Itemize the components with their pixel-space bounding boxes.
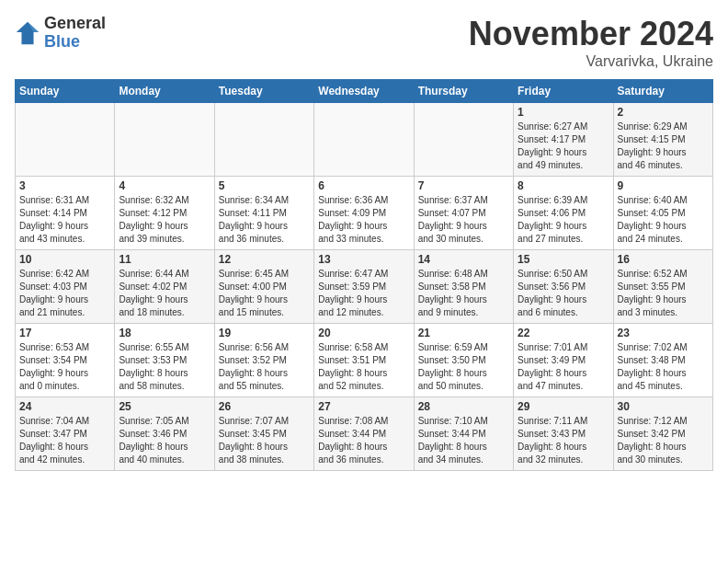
day-cell: 14Sunrise: 6:48 AM Sunset: 3:58 PM Dayli… [414, 250, 513, 324]
logo-icon [15, 20, 40, 46]
week-row-5: 24Sunrise: 7:04 AM Sunset: 3:47 PM Dayli… [16, 397, 713, 471]
day-info: Sunrise: 6:47 AM Sunset: 3:59 PM Dayligh… [318, 268, 409, 319]
day-info: Sunrise: 6:40 AM Sunset: 4:05 PM Dayligh… [618, 194, 709, 246]
day-cell: 15Sunrise: 6:50 AM Sunset: 3:56 PM Dayli… [514, 250, 613, 324]
day-cell: 29Sunrise: 7:11 AM Sunset: 3:43 PM Dayli… [514, 397, 613, 471]
day-cell [414, 103, 513, 177]
day-info: Sunrise: 6:48 AM Sunset: 3:58 PM Dayligh… [418, 268, 509, 319]
col-tuesday: Tuesday [214, 80, 313, 103]
day-cell: 30Sunrise: 7:12 AM Sunset: 3:42 PM Dayli… [613, 397, 712, 471]
day-info: Sunrise: 7:01 AM Sunset: 3:49 PM Dayligh… [518, 341, 609, 393]
calendar-page: General Blue November 2024 Varvarivka, U… [0, 0, 728, 563]
day-info: Sunrise: 7:02 AM Sunset: 3:48 PM Dayligh… [618, 341, 709, 393]
day-info: Sunrise: 6:53 AM Sunset: 3:54 PM Dayligh… [19, 341, 110, 393]
day-number: 3 [19, 179, 110, 192]
day-number: 30 [618, 400, 709, 413]
day-info: Sunrise: 6:34 AM Sunset: 4:11 PM Dayligh… [219, 194, 310, 246]
day-number: 1 [518, 106, 609, 119]
week-row-4: 17Sunrise: 6:53 AM Sunset: 3:54 PM Dayli… [16, 324, 713, 397]
day-number: 17 [19, 327, 110, 339]
col-monday: Monday [115, 80, 214, 103]
day-number: 12 [219, 253, 310, 266]
day-cell: 27Sunrise: 7:08 AM Sunset: 3:44 PM Dayli… [314, 397, 414, 471]
day-cell: 24Sunrise: 7:04 AM Sunset: 3:47 PM Dayli… [16, 397, 115, 471]
day-cell [115, 103, 214, 177]
day-info: Sunrise: 6:39 AM Sunset: 4:06 PM Dayligh… [518, 194, 609, 246]
day-number: 14 [418, 253, 509, 266]
day-number: 8 [518, 179, 609, 192]
day-number: 4 [119, 179, 210, 192]
day-info: Sunrise: 6:31 AM Sunset: 4:14 PM Dayligh… [19, 194, 110, 246]
day-info: Sunrise: 6:32 AM Sunset: 4:12 PM Dayligh… [119, 194, 210, 246]
day-number: 6 [318, 179, 409, 192]
calendar-table: Sunday Monday Tuesday Wednesday Thursday… [15, 79, 713, 471]
day-cell: 17Sunrise: 6:53 AM Sunset: 3:54 PM Dayli… [16, 324, 115, 397]
day-cell: 21Sunrise: 6:59 AM Sunset: 3:50 PM Dayli… [414, 324, 513, 397]
day-cell: 23Sunrise: 7:02 AM Sunset: 3:48 PM Dayli… [613, 324, 712, 397]
day-number: 21 [418, 327, 509, 339]
location: Varvarivka, Ukraine [469, 53, 713, 70]
day-info: Sunrise: 6:52 AM Sunset: 3:55 PM Dayligh… [618, 268, 709, 319]
svg-marker-0 [17, 22, 39, 44]
day-number: 15 [518, 253, 609, 266]
day-info: Sunrise: 7:05 AM Sunset: 3:46 PM Dayligh… [119, 415, 210, 466]
day-cell: 20Sunrise: 6:58 AM Sunset: 3:51 PM Dayli… [314, 324, 414, 397]
col-sunday: Sunday [16, 80, 115, 103]
day-number: 9 [618, 179, 709, 192]
day-cell: 12Sunrise: 6:45 AM Sunset: 4:00 PM Dayli… [214, 250, 313, 324]
day-cell: 26Sunrise: 7:07 AM Sunset: 3:45 PM Dayli… [214, 397, 313, 471]
week-row-1: 1Sunrise: 6:27 AM Sunset: 4:17 PM Daylig… [16, 103, 713, 177]
logo-general: General [44, 15, 106, 33]
day-cell: 1Sunrise: 6:27 AM Sunset: 4:17 PM Daylig… [514, 103, 613, 177]
day-info: Sunrise: 6:29 AM Sunset: 4:15 PM Dayligh… [618, 121, 709, 172]
logo-text: General Blue [44, 15, 106, 52]
day-cell: 19Sunrise: 6:56 AM Sunset: 3:52 PM Dayli… [214, 324, 313, 397]
day-info: Sunrise: 7:04 AM Sunset: 3:47 PM Dayligh… [19, 415, 110, 466]
day-cell: 25Sunrise: 7:05 AM Sunset: 3:46 PM Dayli… [115, 397, 214, 471]
day-number: 20 [318, 327, 409, 339]
day-number: 25 [119, 400, 210, 413]
title-block: November 2024 Varvarivka, Ukraine [469, 15, 713, 70]
day-number: 19 [219, 327, 310, 339]
day-cell: 13Sunrise: 6:47 AM Sunset: 3:59 PM Dayli… [314, 250, 414, 324]
day-number: 2 [618, 106, 709, 119]
day-cell: 18Sunrise: 6:55 AM Sunset: 3:53 PM Dayli… [115, 324, 214, 397]
day-number: 23 [618, 327, 709, 339]
day-number: 22 [518, 327, 609, 339]
day-number: 11 [119, 253, 210, 266]
header: General Blue November 2024 Varvarivka, U… [15, 15, 713, 70]
day-info: Sunrise: 6:27 AM Sunset: 4:17 PM Dayligh… [518, 121, 609, 172]
day-info: Sunrise: 7:11 AM Sunset: 3:43 PM Dayligh… [518, 415, 609, 466]
day-info: Sunrise: 6:42 AM Sunset: 4:03 PM Dayligh… [19, 268, 110, 319]
day-info: Sunrise: 6:36 AM Sunset: 4:09 PM Dayligh… [318, 194, 409, 246]
day-info: Sunrise: 6:37 AM Sunset: 4:07 PM Dayligh… [418, 194, 509, 246]
day-info: Sunrise: 6:58 AM Sunset: 3:51 PM Dayligh… [318, 341, 409, 393]
day-info: Sunrise: 7:12 AM Sunset: 3:42 PM Dayligh… [618, 415, 709, 466]
day-info: Sunrise: 6:59 AM Sunset: 3:50 PM Dayligh… [418, 341, 509, 393]
month-title: November 2024 [469, 15, 713, 53]
day-cell: 16Sunrise: 6:52 AM Sunset: 3:55 PM Dayli… [613, 250, 712, 324]
day-info: Sunrise: 6:44 AM Sunset: 4:02 PM Dayligh… [119, 268, 210, 319]
day-cell: 8Sunrise: 6:39 AM Sunset: 4:06 PM Daylig… [514, 177, 613, 250]
day-cell: 5Sunrise: 6:34 AM Sunset: 4:11 PM Daylig… [214, 177, 313, 250]
day-cell: 9Sunrise: 6:40 AM Sunset: 4:05 PM Daylig… [613, 177, 712, 250]
day-cell [214, 103, 313, 177]
day-cell: 11Sunrise: 6:44 AM Sunset: 4:02 PM Dayli… [115, 250, 214, 324]
day-number: 10 [19, 253, 110, 266]
day-cell [16, 103, 115, 177]
col-wednesday: Wednesday [314, 80, 414, 103]
logo: General Blue [15, 15, 106, 52]
col-saturday: Saturday [613, 80, 712, 103]
day-cell: 28Sunrise: 7:10 AM Sunset: 3:44 PM Dayli… [414, 397, 513, 471]
day-number: 29 [518, 400, 609, 413]
day-number: 28 [418, 400, 509, 413]
day-info: Sunrise: 7:10 AM Sunset: 3:44 PM Dayligh… [418, 415, 509, 466]
day-number: 7 [418, 179, 509, 192]
day-number: 26 [219, 400, 310, 413]
week-row-3: 10Sunrise: 6:42 AM Sunset: 4:03 PM Dayli… [16, 250, 713, 324]
day-cell: 3Sunrise: 6:31 AM Sunset: 4:14 PM Daylig… [16, 177, 115, 250]
day-number: 27 [318, 400, 409, 413]
day-number: 16 [618, 253, 709, 266]
day-info: Sunrise: 6:45 AM Sunset: 4:00 PM Dayligh… [219, 268, 310, 319]
day-info: Sunrise: 7:08 AM Sunset: 3:44 PM Dayligh… [318, 415, 409, 466]
